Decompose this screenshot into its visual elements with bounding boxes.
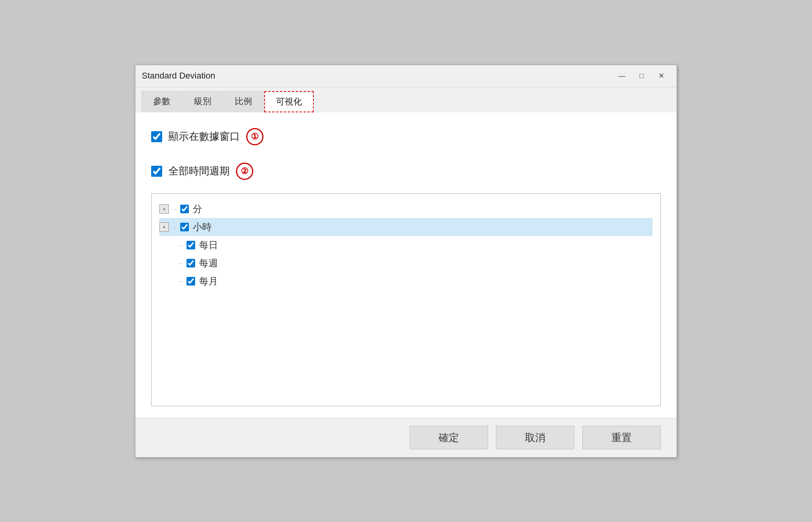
expander-hour[interactable]: + <box>159 222 169 232</box>
tree-item-hour: + ··· 小時 <box>159 218 653 236</box>
content-area: 顯示在數據窗口 ① 全部時間週期 ② + ··· 分 + <box>135 112 677 418</box>
maximize-button[interactable]: □ <box>633 70 651 82</box>
title-bar: Standard Deviation — □ ✕ <box>135 65 677 87</box>
reset-button[interactable]: 重置 <box>582 426 661 449</box>
checkbox-monthly[interactable] <box>187 277 195 286</box>
checkbox-row-2: 全部時間週期 ② <box>151 163 661 180</box>
badge-1: ① <box>246 128 263 145</box>
label-weekly: 每週 <box>199 257 218 269</box>
bottom-bar: 確定 取消 重置 <box>135 418 677 457</box>
tab-visualize[interactable]: 可視化 <box>264 91 314 112</box>
checkbox-min[interactable] <box>180 205 189 213</box>
label-daily: 每日 <box>199 239 218 251</box>
checkbox-daily[interactable] <box>187 241 195 249</box>
tab-ratio[interactable]: 比例 <box>223 91 263 112</box>
cancel-button[interactable]: 取消 <box>496 426 574 449</box>
tree-item-weekly: ··· 每週 <box>159 254 653 272</box>
all-periods-label: 全部時間週期 <box>168 164 230 178</box>
checkbox-hour[interactable] <box>180 223 189 231</box>
expander-min[interactable]: + <box>159 204 169 214</box>
close-button[interactable]: ✕ <box>652 70 670 82</box>
badge-2: ② <box>236 163 253 180</box>
tree-item-min: + ··· 分 <box>159 200 653 218</box>
tab-bar: 參數 級別 比例 可視化 <box>135 87 677 112</box>
show-data-checkbox[interactable] <box>151 131 162 142</box>
show-data-label: 顯示在數據窗口 <box>168 130 240 143</box>
confirm-button[interactable]: 確定 <box>410 426 488 449</box>
window-controls: — □ ✕ <box>613 70 670 82</box>
tab-params[interactable]: 參數 <box>142 91 182 112</box>
label-monthly: 每月 <box>199 275 218 288</box>
checkbox-weekly[interactable] <box>187 259 195 267</box>
badge-1-text: ① <box>251 132 259 142</box>
minimize-button[interactable]: — <box>613 70 631 82</box>
tree-item-monthly: ··· 每月 <box>159 272 653 290</box>
checkbox-row-1: 顯示在數據窗口 ① <box>151 128 661 145</box>
badge-2-text: ② <box>241 166 249 176</box>
window-title: Standard Deviation <box>142 71 215 81</box>
all-periods-checkbox[interactable] <box>151 166 162 177</box>
tab-level[interactable]: 級別 <box>183 91 223 112</box>
tree-item-daily: ··· 每日 <box>159 236 653 254</box>
tree-box: + ··· 分 + ··· 小時 ··· 每日 ··· <box>151 193 661 406</box>
main-window: Standard Deviation — □ ✕ 參數 級別 比例 可視化 顯示… <box>135 65 677 458</box>
label-hour: 小時 <box>193 221 212 233</box>
label-min: 分 <box>193 203 202 215</box>
